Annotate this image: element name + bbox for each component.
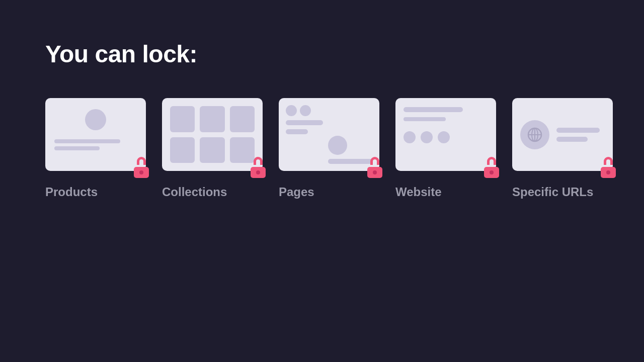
grid-cell-4 (170, 137, 195, 163)
website-dot-2 (421, 131, 433, 143)
card-item-products: Products (45, 98, 146, 199)
pages-inner (279, 98, 379, 171)
lock-body (134, 167, 149, 178)
collections-illustration (162, 98, 263, 171)
pages-dot-sm-2 (300, 105, 311, 116)
pages-rect-1 (286, 120, 323, 125)
grid-cell-5 (200, 137, 224, 163)
website-label: Website (395, 185, 442, 199)
lock-shackle (137, 157, 146, 165)
products-illustration (45, 98, 146, 171)
products-lock-icon (132, 157, 151, 178)
globe-icon (526, 126, 543, 143)
pages-dot-row-1 (286, 105, 323, 116)
page-heading: You can lock: (45, 40, 599, 68)
url-line-1 (556, 128, 600, 133)
globe-icon-wrap (520, 120, 549, 149)
lock-body (484, 167, 499, 178)
products-line-1 (54, 139, 120, 143)
pages-lock-icon (365, 157, 384, 178)
lock-shackle (604, 157, 613, 165)
lock-shackle (487, 157, 496, 165)
pages-right (328, 105, 372, 164)
card-item-pages: Pages (279, 98, 379, 199)
collections-lock-icon (249, 157, 268, 178)
website-dots-row (404, 131, 488, 143)
urls-inner (512, 98, 613, 171)
products-line-2 (54, 146, 100, 150)
website-inner (395, 98, 496, 171)
lock-body (367, 167, 382, 178)
pages-dot-sm-1 (286, 105, 297, 116)
collections-grid (162, 98, 263, 171)
website-illustration (395, 98, 496, 171)
pages-illustration (279, 98, 379, 171)
pages-rect-2 (286, 129, 308, 134)
products-label: Products (45, 185, 98, 199)
card-item-website: Website (395, 98, 496, 199)
grid-cell-3 (230, 106, 255, 132)
grid-cell-1 (170, 106, 195, 132)
url-line-2 (556, 137, 588, 142)
lock-shackle (254, 157, 263, 165)
lockable-items-row: Products Collections (45, 98, 599, 199)
products-card-inner (45, 98, 146, 171)
products-lines (54, 139, 137, 150)
pages-label: Pages (279, 185, 314, 199)
specific-urls-label: Specific URLs (512, 185, 593, 199)
collections-label: Collections (162, 185, 227, 199)
website-dot-3 (438, 131, 450, 143)
url-lines (556, 128, 605, 142)
website-line-1 (404, 107, 463, 112)
pages-dot-large (328, 136, 347, 155)
website-dot-1 (404, 131, 416, 143)
card-item-specific-urls: Specific URLs (512, 98, 613, 199)
lock-body (251, 167, 266, 178)
grid-cell-2 (200, 106, 224, 132)
website-line-2 (404, 117, 446, 121)
card-item-collections: Collections (162, 98, 263, 199)
website-lock-icon (482, 157, 501, 178)
specific-urls-illustration (512, 98, 613, 171)
lock-body (601, 167, 616, 178)
specific-urls-lock-icon (599, 157, 618, 178)
products-avatar-icon (85, 109, 106, 130)
pages-left (286, 105, 323, 164)
lock-shackle (370, 157, 379, 165)
